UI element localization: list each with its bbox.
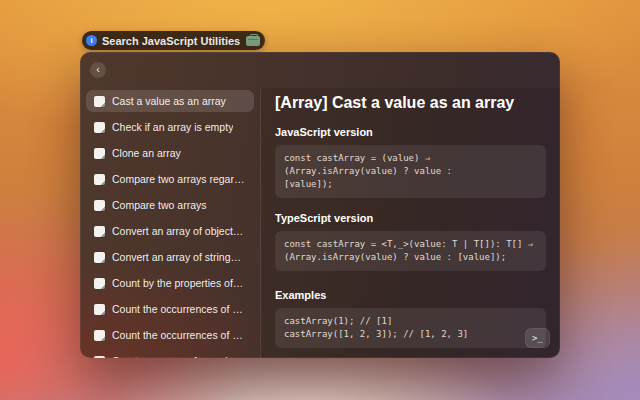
search-tooltip-label: Search JavaScript Utilities <box>102 35 240 47</box>
code-block-typescript: const castArray = <T,_>(value: T | T[]):… <box>275 231 546 271</box>
info-icon: i <box>86 35 97 46</box>
document-icon <box>94 252 105 263</box>
list-item-label: Count by the properties of an a... <box>112 277 246 289</box>
list-item-label: Cast a value as an array <box>112 95 226 107</box>
list-item-label: Clone an array <box>112 147 181 159</box>
list-item-compare-two-arrays[interactable]: Compare two arrays <box>86 194 254 216</box>
list-item-convert-array-of-objects[interactable]: Convert an array of objects to a... <box>86 220 254 242</box>
list-item-label: Check if an array is empty <box>112 121 233 133</box>
code-block-examples: castArray(1); // [1] castArray([1, 2, 3]… <box>275 308 546 348</box>
section-heading-examples: Examples <box>275 289 546 301</box>
toolbox-icon <box>246 36 260 46</box>
list-item-cast-a-value-as-an-array[interactable]: Cast a value as an array <box>86 90 254 112</box>
section-heading-typescript: TypeScript version <box>275 212 546 224</box>
document-icon <box>94 356 105 359</box>
window-body: Cast a value as an array Check if an arr… <box>80 88 560 358</box>
list-item-label: Count the occurrences of a val... <box>112 303 246 315</box>
terminal-action-button[interactable]: >_ <box>525 328 550 348</box>
list-item-label: Compare two arrays <box>112 199 207 211</box>
document-icon <box>94 174 105 185</box>
detail-title: [Array] Cast a value as an array <box>275 94 546 112</box>
document-icon <box>94 278 105 289</box>
document-icon <box>94 122 105 133</box>
list-item-check-if-an-array-is-empty[interactable]: Check if an array is empty <box>86 116 254 138</box>
list-item-clone-an-array[interactable]: Clone an array <box>86 142 254 164</box>
document-icon <box>94 200 105 211</box>
list-item-label: Convert an array of strings to n... <box>112 251 246 263</box>
back-button[interactable]: ‹ <box>90 62 106 78</box>
list-item-label: Compare two arrays regardless... <box>112 173 246 185</box>
utilities-window: ‹ Cast a value as an array Check if an a… <box>80 52 560 358</box>
list-item-convert-array-of-strings[interactable]: Convert an array of strings to n... <box>86 246 254 268</box>
list-item-label: Count the occurrences of array... <box>112 329 246 341</box>
code-block-javascript: const castArray = (value) ⇒ (Array.isArr… <box>275 145 546 198</box>
list-item-label: Create an array of cumulative... <box>112 355 246 358</box>
list-item-count-occurrences-of-array[interactable]: Count the occurrences of array... <box>86 324 254 346</box>
document-icon <box>94 226 105 237</box>
document-icon <box>94 96 105 107</box>
section-heading-javascript: JavaScript version <box>275 126 546 138</box>
document-icon <box>94 148 105 159</box>
list-item-count-occurrences-of-value[interactable]: Count the occurrences of a val... <box>86 298 254 320</box>
list-item-count-by-properties[interactable]: Count by the properties of an a... <box>86 272 254 294</box>
document-icon <box>94 304 105 315</box>
document-icon <box>94 330 105 341</box>
list-item-label: Convert an array of objects to a... <box>112 225 246 237</box>
list-item-create-array-of-cumulative[interactable]: Create an array of cumulative... <box>86 350 254 358</box>
detail-pane: [Array] Cast a value as an array JavaScr… <box>261 88 560 358</box>
list-item-compare-two-arrays-regardless[interactable]: Compare two arrays regardless... <box>86 168 254 190</box>
utilities-list: Cast a value as an array Check if an arr… <box>80 88 260 358</box>
search-tooltip[interactable]: i Search JavaScript Utilities <box>82 31 265 50</box>
window-header: ‹ <box>80 52 560 88</box>
